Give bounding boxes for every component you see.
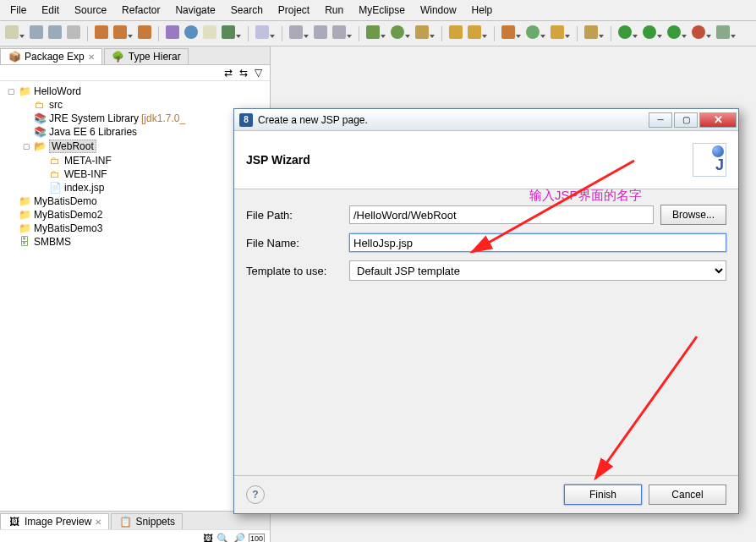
tree-project-mybatisdemo[interactable]: 📁MyBatisDemo [3, 194, 266, 208]
template-select[interactable]: Default JSP template [349, 260, 726, 281]
zoom-in-icon[interactable]: 🔎 [233, 533, 245, 543]
toolbar-print-icon[interactable] [67, 25, 80, 41]
toolbar-range-icon[interactable] [255, 25, 275, 41]
menu-window[interactable]: Window [414, 2, 463, 19]
image-icon: 🖼 [8, 516, 21, 528]
tree-file-indexjsp[interactable]: 📄index.jsp [3, 181, 266, 194]
template-label: Template to use: [246, 265, 346, 277]
toolbar-box3-icon[interactable] [138, 25, 151, 41]
close-icon[interactable]: ✕ [88, 52, 95, 62]
menu-search[interactable]: Search [224, 2, 270, 19]
toolbar-open2-icon[interactable] [468, 25, 487, 41]
hierarchy-icon: 🌳 [112, 51, 125, 63]
left-panel: 📦 Package Exp ✕ 🌳 Type Hierar ⇄ ⇆ ▽ ▢📁He… [0, 47, 271, 542]
toolbar-undeploy-icon[interactable] [332, 25, 352, 41]
tab-image-preview-label: Image Preview [25, 516, 91, 528]
toolbar-deploy-icon[interactable] [314, 25, 327, 41]
tree-project-helloword[interactable]: ▢📁HelloWord [3, 85, 266, 98]
toolbar-coverage-icon[interactable] [667, 25, 687, 41]
tree-folder-webroot[interactable]: ▢📂WebRoot [3, 139, 266, 154]
toolbar-last-icon[interactable] [716, 25, 736, 41]
cancel-button[interactable]: Cancel [649, 485, 726, 505]
toolbar-profile-icon[interactable] [692, 25, 711, 41]
menu-bar: File Edit Source Refactor Navigate Searc… [0, 0, 756, 21]
toolbar-debugconf-icon[interactable] [643, 25, 662, 41]
jsp-wizard-dialog: 8 Create a new JSP page. ─ ▢ ✕ JSP Wizar… [233, 108, 739, 514]
tree-project-smbms[interactable]: 🗄SMBMS [3, 235, 266, 249]
tree-lib-jre[interactable]: 📚JRE System Library [jdk1.7.0_ [3, 112, 266, 125]
finish-button[interactable]: Finish [564, 485, 642, 505]
toolbar-newpkg-icon[interactable] [501, 25, 521, 41]
collapse-icon[interactable]: ⇄ [224, 67, 236, 79]
toolbar-saveall-icon[interactable] [48, 25, 62, 41]
toolbar-runconf-icon[interactable] [618, 25, 638, 41]
tab-image-preview[interactable]: 🖼 Image Preview ✕ [0, 513, 109, 529]
menu-source[interactable]: Source [68, 2, 113, 19]
toolbar-ext-icon[interactable] [415, 25, 435, 41]
toolbar-run-icon[interactable] [391, 25, 410, 41]
zoom-out-icon[interactable]: 🔍 [216, 533, 229, 543]
toolbar-open-icon[interactable] [449, 25, 463, 41]
menu-help[interactable]: Help [465, 2, 500, 19]
menu-run[interactable]: Run [318, 2, 350, 19]
package-explorer-tree[interactable]: ▢📁HelloWord 🗀src 📚JRE System Library [jd… [0, 81, 270, 511]
tab-package-explorer[interactable]: 📦 Package Exp ✕ [0, 48, 102, 64]
tree-folder-src[interactable]: 🗀src [3, 98, 266, 112]
toolbar-newfolder-icon[interactable] [551, 25, 570, 41]
toolbar-box-icon[interactable] [95, 25, 108, 41]
filename-input[interactable] [349, 233, 726, 252]
filename-label: File Name: [246, 237, 346, 249]
toolbar-server-icon[interactable] [289, 25, 309, 41]
main-toolbar [0, 21, 756, 47]
link-icon[interactable]: ⇆ [239, 67, 251, 79]
maximize-button[interactable]: ▢ [674, 112, 698, 128]
dialog-titlebar[interactable]: 8 Create a new JSP page. ─ ▢ ✕ [234, 109, 738, 131]
toolbar-newclass-icon[interactable] [526, 25, 545, 41]
tab-snippets[interactable]: 📋 Snippets [111, 513, 183, 529]
filepath-label: File Path: [246, 209, 346, 222]
menu-file[interactable]: File [3, 2, 33, 19]
toolbar-globe-icon[interactable] [184, 25, 198, 41]
tree-folder-metainf[interactable]: 🗀META-INF [3, 154, 266, 167]
tree-folder-webinf[interactable]: 🗀WEB-INF [3, 167, 266, 181]
browse-button[interactable]: Browse... [660, 205, 726, 225]
jsp-wizard-icon: J [693, 143, 726, 177]
snippets-icon: 📋 [118, 516, 132, 528]
package-icon: 📦 [8, 51, 21, 63]
close-icon[interactable]: ✕ [95, 517, 101, 527]
tree-project-mybatisdemo3[interactable]: 📁MyBatisDemo3 [3, 222, 266, 235]
tree-project-mybatisdemo2[interactable]: 📁MyBatisDemo2 [3, 208, 266, 222]
tab-package-explorer-label: Package Exp [25, 51, 85, 63]
menu-refactor[interactable]: Refactor [115, 2, 167, 19]
dialog-header: JSP Wizard [246, 153, 693, 167]
dialog-title: Create a new JSP page. [258, 114, 649, 126]
menu-chevron-icon[interactable]: ▽ [255, 67, 266, 79]
toolbar-page-icon[interactable] [203, 25, 216, 41]
tab-type-hierarchy-label: Type Hierar [129, 51, 181, 63]
tab-snippets-label: Snippets [135, 516, 175, 528]
menu-myeclipse[interactable]: MyEclipse [352, 2, 412, 19]
tab-type-hierarchy[interactable]: 🌳 Type Hierar [104, 48, 189, 64]
minimize-button[interactable]: ─ [649, 112, 672, 128]
zoom-fit-icon[interactable]: 🖼 [203, 533, 213, 543]
toolbar-search-icon[interactable] [584, 25, 604, 41]
toolbar-tag-icon[interactable] [222, 25, 241, 41]
filepath-input[interactable] [349, 205, 654, 224]
toolbar-debug-icon[interactable] [366, 25, 386, 41]
help-icon[interactable]: ? [246, 485, 265, 504]
toolbar-db-icon[interactable] [166, 25, 179, 41]
close-button[interactable]: ✕ [699, 112, 737, 128]
dialog-app-icon: 8 [239, 113, 253, 127]
menu-edit[interactable]: Edit [35, 2, 66, 19]
menu-navigate[interactable]: Navigate [168, 2, 222, 19]
menu-project[interactable]: Project [271, 2, 316, 19]
zoom-100-icon[interactable]: 100 [249, 534, 265, 543]
toolbar-save-icon[interactable] [30, 25, 43, 41]
toolbar-box2-icon[interactable] [113, 25, 133, 41]
tree-lib-javaee[interactable]: 📚Java EE 6 Libraries [3, 125, 266, 139]
toolbar-new-icon[interactable] [5, 25, 25, 41]
